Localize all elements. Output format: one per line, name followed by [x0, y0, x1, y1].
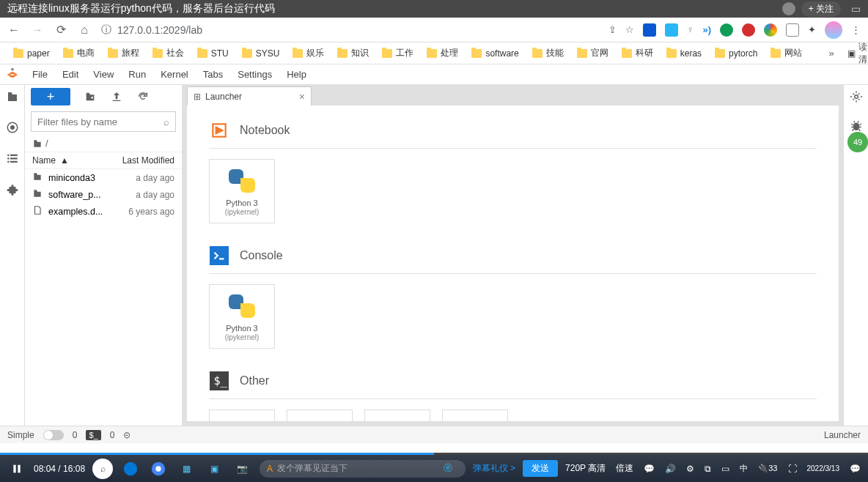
menu-kernel[interactable]: Kernel	[153, 64, 196, 84]
extension-icon-6[interactable]	[764, 23, 777, 37]
taskbar-chrome-icon[interactable]	[148, 459, 169, 479]
menu-tabs[interactable]: Tabs	[196, 64, 230, 84]
property-inspector-icon[interactable]	[849, 89, 864, 104]
menu-file[interactable]: File	[25, 64, 55, 84]
volume-icon[interactable]: 🔊	[665, 464, 676, 474]
filter-input-field[interactable]	[37, 116, 163, 127]
launcher-card-python3-console[interactable]: Python 3 (ipykernel)	[209, 284, 275, 349]
ime-icon[interactable]: 中	[740, 463, 748, 474]
close-tab-icon[interactable]: ×	[299, 91, 305, 103]
refresh-icon[interactable]	[136, 90, 150, 103]
bookmark-item[interactable]: 工作	[382, 47, 413, 59]
extension-icon-5[interactable]	[720, 23, 733, 37]
new-launcher-button[interactable]: +	[31, 88, 70, 105]
settings-icon[interactable]: ⚙	[686, 464, 694, 474]
extension-icon-3[interactable]: ♀	[687, 24, 694, 35]
launcher-card-text-file[interactable]	[287, 409, 353, 421]
reading-list-button[interactable]: ▣ 阅读清单	[847, 42, 867, 64]
send-button[interactable]: 发送	[523, 460, 558, 477]
danmu-etiquette[interactable]: 弹幕礼仪 >	[473, 462, 515, 475]
column-modified[interactable]: Last Modified	[122, 155, 174, 166]
bookmark-item[interactable]: 网站	[770, 47, 802, 59]
menu-help[interactable]: Help	[279, 64, 314, 84]
font-icon[interactable]: A	[267, 464, 273, 474]
follow-button[interactable]: + 关注	[801, 1, 841, 17]
bookmark-item[interactable]: 娱乐	[293, 47, 324, 59]
toc-icon[interactable]	[5, 151, 20, 166]
play-pause-button[interactable]	[7, 459, 26, 478]
bookmark-item[interactable]: 社会	[152, 47, 184, 59]
running-kernels-icon[interactable]	[5, 120, 20, 135]
bookmark-item[interactable]: 技能	[532, 47, 564, 59]
bookmark-item[interactable]: 官网	[577, 47, 608, 59]
bookmark-item[interactable]: SYSU	[242, 48, 280, 59]
bookmark-item[interactable]: 科研	[622, 47, 653, 59]
abp-icon[interactable]	[742, 23, 755, 37]
bookmark-item[interactable]: software	[471, 48, 518, 59]
launcher-card-terminal[interactable]: $_	[209, 409, 275, 421]
bookmark-item[interactable]: paper	[13, 48, 50, 59]
bookmark-item[interactable]: 旅程	[108, 47, 139, 59]
debugger-icon[interactable]	[849, 119, 864, 133]
taskbar-app-icon[interactable]: ▦	[176, 459, 196, 479]
bookmark-item[interactable]: 知识	[337, 47, 369, 59]
menu-edit[interactable]: Edit	[55, 64, 86, 84]
fullscreen-icon[interactable]: ⛶	[788, 464, 797, 474]
home-button[interactable]: ⌂	[78, 23, 91, 37]
floating-badge[interactable]: 49	[847, 132, 868, 152]
taskbar-app-icon-2[interactable]: ▣	[204, 459, 224, 479]
launcher-card-markdown[interactable]: M	[364, 409, 430, 421]
bookmark-item[interactable]: 电商	[63, 47, 95, 59]
menu-settings[interactable]: Settings	[230, 64, 279, 84]
filter-files-input[interactable]: ⌕	[31, 111, 176, 132]
url-bar[interactable]: ⓘ 127.0.0.1:2029/lab	[101, 23, 202, 37]
simple-mode-toggle[interactable]	[43, 430, 64, 440]
star-icon[interactable]: ☆	[625, 24, 634, 35]
tab-launcher[interactable]: ⊞ Launcher ×	[187, 86, 312, 105]
collapse-icon[interactable]: ▭	[851, 3, 861, 15]
bookmark-item[interactable]: pytorch	[715, 48, 757, 59]
extension-icon-1[interactable]	[643, 23, 656, 37]
pip-icon[interactable]: ⧉	[705, 464, 711, 474]
notifications-icon[interactable]: 💬	[850, 464, 861, 474]
menu-run[interactable]: Run	[121, 64, 153, 84]
breadcrumb[interactable]: /	[25, 135, 182, 152]
site-info-icon[interactable]: ⓘ	[101, 23, 111, 37]
taskbar-ie-icon[interactable]: ⓔ	[438, 459, 458, 479]
extension-icon-2[interactable]	[665, 23, 678, 37]
extension-icon-4[interactable]: »)	[702, 24, 711, 35]
launcher-card-context-help[interactable]	[442, 409, 508, 421]
upload-icon[interactable]	[110, 90, 123, 103]
jupyter-logo[interactable]	[0, 67, 25, 83]
extension-icon-7[interactable]	[786, 23, 799, 37]
speed-selector[interactable]: 倍速	[616, 462, 633, 475]
back-button[interactable]: ←	[7, 23, 21, 37]
launcher-card-python3-notebook[interactable]: Python 3 (ipykernel)	[209, 159, 275, 223]
reload-button[interactable]: ⟳	[54, 23, 67, 37]
chrome-menu-icon[interactable]: ⋮	[851, 24, 861, 35]
bookmarks-overflow-icon[interactable]: »	[828, 48, 834, 59]
forward-button[interactable]: →	[31, 23, 44, 37]
column-name[interactable]: Name▲	[32, 155, 122, 166]
danmu-input[interactable]: A 发个弹幕见证当下 ⓔ	[260, 460, 466, 478]
new-folder-icon[interactable]	[84, 90, 97, 103]
bookmark-item[interactable]: STU	[197, 48, 229, 59]
list-item[interactable]: examples.d... 6 years ago	[25, 203, 182, 220]
extensions-menu-icon[interactable]: ✦	[808, 24, 816, 35]
list-item[interactable]: miniconda3 a day ago	[25, 169, 182, 186]
taskbar-edge-icon[interactable]	[120, 459, 141, 479]
bookmark-item[interactable]: keras	[666, 48, 702, 59]
list-item[interactable]: software_p... a day ago	[25, 186, 182, 203]
share-icon[interactable]: ⇪	[608, 24, 617, 35]
file-browser-icon[interactable]	[5, 89, 20, 104]
wide-icon[interactable]: ▭	[721, 464, 729, 474]
extensions-icon[interactable]	[5, 182, 20, 196]
taskbar-search-icon[interactable]: ⌕	[92, 459, 113, 479]
quality-selector[interactable]: 720P 高清	[565, 462, 606, 475]
battery-icon[interactable]: 🔌33	[758, 464, 777, 473]
taskbar-camera-icon[interactable]: 📷	[232, 459, 252, 479]
profile-avatar[interactable]	[825, 21, 842, 39]
bookmark-item[interactable]: 处理	[427, 47, 458, 59]
subtitle-icon[interactable]: 💬	[644, 464, 655, 474]
menu-view[interactable]: View	[86, 64, 121, 84]
